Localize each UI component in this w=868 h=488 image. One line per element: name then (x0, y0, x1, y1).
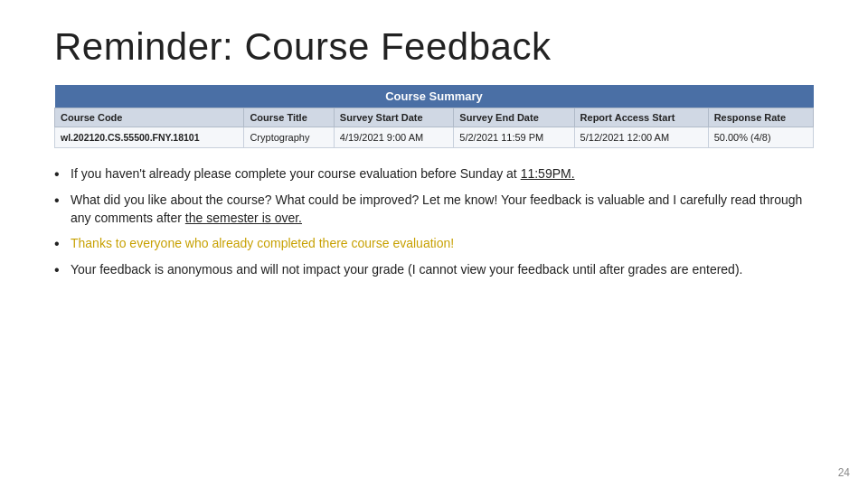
bullet-dot-4: • (54, 259, 71, 280)
table-section-header-row: Course Summary (55, 85, 814, 108)
underline-text-1: 11:59PM. (521, 166, 575, 181)
bullet-dot-2: • (54, 190, 71, 211)
col-report-access: Report Access Start (574, 108, 708, 127)
col-course-code: Course Code (55, 108, 244, 127)
table-column-header-row: Course Code Course Title Survey Start Da… (55, 108, 814, 127)
cell-survey-start: 4/19/2021 9:00 AM (334, 127, 454, 148)
col-course-title: Course Title (244, 108, 334, 127)
bullet-dot-3: • (54, 233, 71, 254)
course-summary-table-wrapper: Course Summary Course Code Course Title … (54, 85, 814, 148)
bullet-text-4: Your feedback is anonymous and will not … (71, 260, 814, 278)
bullet-item-4: • Your feedback is anonymous and will no… (54, 260, 814, 280)
table-section-header: Course Summary (55, 85, 814, 108)
col-survey-end: Survey End Date (454, 108, 574, 127)
col-response-rate: Response Rate (708, 108, 813, 127)
page-title: Reminder: Course Feedback (54, 25, 814, 69)
cell-course-code: wl.202120.CS.55500.FNY.18101 (55, 127, 244, 148)
page-number: 24 (838, 466, 850, 479)
course-summary-table: Course Summary Course Code Course Title … (54, 85, 814, 148)
col-survey-start: Survey Start Date (334, 108, 454, 127)
bullet-list: • If you haven't already please complete… (54, 164, 814, 286)
bullet-item-3: • Thanks to everyone who already complet… (54, 234, 814, 254)
bullet-text-2: What did you like about the course? What… (71, 191, 814, 228)
cell-survey-end: 5/2/2021 11:59 PM (454, 127, 574, 148)
cell-course-title: Cryptography (244, 127, 334, 148)
bullet-item-2: • What did you like about the course? Wh… (54, 191, 814, 228)
table-row: wl.202120.CS.55500.FNY.18101 Cryptograph… (55, 127, 814, 148)
page: Reminder: Course Feedback Course Summary… (0, 0, 868, 488)
underline-text-2: the semester is over. (185, 211, 302, 225)
bullet-item-1: • If you haven't already please complete… (54, 164, 814, 184)
cell-report-access-start: 5/12/2021 12:00 AM (574, 127, 708, 148)
bullet-text-1: If you haven't already please complete y… (71, 164, 814, 183)
cell-response-rate: 50.00% (4/8) (708, 127, 813, 148)
bullet-dot-1: • (54, 164, 71, 184)
bullet-text-3: Thanks to everyone who already completed… (71, 234, 814, 252)
